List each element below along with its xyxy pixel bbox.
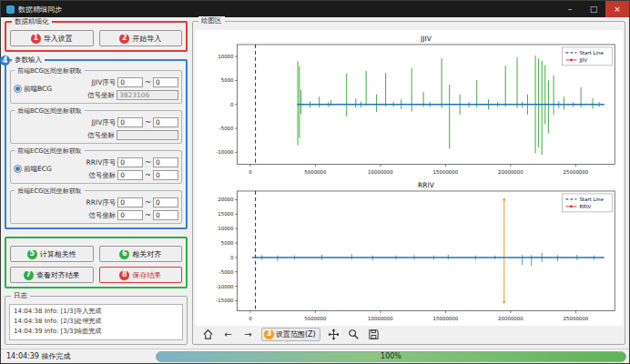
back-icon[interactable]: ← xyxy=(221,328,235,341)
svg-text:10000000: 10000000 xyxy=(368,315,393,320)
front-ecg-seq-start-input[interactable] xyxy=(117,157,143,167)
rear-ecg-coord-start-input[interactable] xyxy=(117,210,143,220)
home-icon[interactable] xyxy=(201,328,215,341)
view-align-result-button[interactable]: 7 查看对齐结果 xyxy=(10,267,94,283)
save-result-button[interactable]: 8 保存结果 xyxy=(99,267,183,283)
front-ecg-seq-end-input[interactable] xyxy=(153,157,178,167)
correlation-align-button[interactable]: 6 相关对齐 xyxy=(99,246,183,262)
import-group-label: 数据精细化 xyxy=(12,17,52,26)
save-icon[interactable] xyxy=(367,328,381,341)
minimize-button[interactable]: – xyxy=(558,1,582,17)
progress-text: 100% xyxy=(381,352,401,360)
import-group: 数据精细化 1 导入设置 2 开始导入 xyxy=(5,21,188,52)
radio-front-bcg-label: 前端BCG xyxy=(24,85,52,94)
svg-text:5000: 5000 xyxy=(221,77,234,83)
range-separator: ~ xyxy=(145,171,151,179)
svg-text:-10000: -10000 xyxy=(216,149,234,155)
svg-text:5000: 5000 xyxy=(221,240,234,246)
plot-area-group: 绘图区 JJIV05000000100000001500000020000000… xyxy=(192,21,625,345)
import-settings-button[interactable]: 1 导入设置 xyxy=(10,30,94,46)
svg-text:20000000: 20000000 xyxy=(498,169,523,175)
svg-text:-5000: -5000 xyxy=(219,268,234,274)
rear-ecg-seq-end-input[interactable] xyxy=(153,197,178,207)
rriv-seq-label: RRIV序号 xyxy=(79,198,116,207)
radio-front-bcg[interactable] xyxy=(14,85,22,93)
jjiv-chart: JJIV050000001000000015000000200000002500… xyxy=(195,32,623,178)
radio-placeholder xyxy=(14,117,61,140)
svg-text:0: 0 xyxy=(249,169,252,175)
left-panel: 数据精细化 1 导入设置 2 开始导入 4 参数输入 xyxy=(5,21,188,345)
log-group-label: 日志 xyxy=(11,291,30,300)
signal-coord-label: 信号坐标 xyxy=(79,171,116,180)
svg-text:15000000: 15000000 xyxy=(432,169,458,175)
front-ecg-coord-start-input[interactable] xyxy=(117,170,143,180)
zoom-icon[interactable] xyxy=(347,328,361,341)
annotation-4: 4 xyxy=(0,56,10,66)
svg-text:15000000: 15000000 xyxy=(432,315,458,320)
svg-text:JJIV: JJIV xyxy=(420,35,432,43)
svg-text:Start Line: Start Line xyxy=(579,50,604,56)
range-separator: ~ xyxy=(145,118,151,126)
radio-front-ecg-label: 前端ECG xyxy=(24,165,52,174)
close-button[interactable]: × xyxy=(605,1,629,17)
rear-ecg-coord-end-input[interactable] xyxy=(153,210,178,220)
range-separator: ~ xyxy=(145,158,151,167)
rear-bcg-signal-coord-input[interactable] xyxy=(117,130,178,140)
svg-text:-10000: -10000 xyxy=(216,283,234,288)
param-section-front-bcg: 前端BCG区间坐标获取 前端BCG JJIV序号 ~ 信号坐标 xyxy=(10,70,182,104)
svg-text:0: 0 xyxy=(249,315,252,320)
range-separator: ~ xyxy=(145,198,151,207)
figure-canvas: JJIV050000001000000015000000200000002500… xyxy=(196,30,622,326)
start-import-button[interactable]: 2 开始导入 xyxy=(99,30,183,46)
annotation-1: 1 xyxy=(31,34,41,44)
radio-front-ecg[interactable] xyxy=(14,165,22,173)
signal-coord-label: 信号坐标 xyxy=(78,131,115,140)
maximize-button[interactable]: □ xyxy=(582,1,605,17)
jjiv-seq-start-input[interactable] xyxy=(117,77,143,87)
compute-correlation-button[interactable]: 5 计算相关性 xyxy=(10,246,94,262)
svg-text:RRIV: RRIV xyxy=(418,180,435,188)
svg-text:15000: 15000 xyxy=(218,211,234,217)
signal-coord-label: 信号坐标 xyxy=(78,91,115,100)
jjiv-seq-label: JJIV序号 xyxy=(79,78,116,87)
main-area: 数据精细化 1 导入设置 2 开始导入 4 参数输入 xyxy=(1,17,629,349)
radio-placeholder xyxy=(14,197,61,220)
rear-bcg-seq-start-input[interactable] xyxy=(117,117,143,127)
pan-icon[interactable] xyxy=(327,328,340,341)
annotation-6: 6 xyxy=(119,249,129,259)
annotation-2: 2 xyxy=(119,34,129,44)
signal-coord-label: 信号坐标 xyxy=(79,211,116,220)
right-panel: 绘图区 JJIV05000000100000001500000020000000… xyxy=(192,21,625,345)
correlation-align-label: 相关对齐 xyxy=(132,249,161,259)
rear-bcg-seq-end-input[interactable] xyxy=(153,117,178,127)
set-range-button[interactable]: 3 设置范围(Z) xyxy=(261,328,320,341)
svg-text:-5000: -5000 xyxy=(219,126,234,131)
param-section-rear-ecg: 后端ECG区间坐标获取 RRIV序号 ~ 信号坐标 ~ xyxy=(10,190,182,224)
jjiv-seq-end-input[interactable] xyxy=(153,77,178,87)
set-range-label: 设置范围(Z) xyxy=(276,329,316,339)
save-result-label: 保存结果 xyxy=(132,270,161,280)
annotation-3: 3 xyxy=(264,329,274,339)
range-separator: ~ xyxy=(145,78,151,86)
svg-text:JJIV: JJIV xyxy=(578,57,587,64)
log-line: 14:04:39 Info: [3/3]绘图完成 xyxy=(14,327,178,337)
plot-toolbar: ← → 3 设置范围(Z) xyxy=(196,326,622,342)
title-bar: 数据精细同步 – □ × xyxy=(1,1,629,17)
svg-text:-15000: -15000 xyxy=(216,298,234,303)
rriv-chart: RRIV050000001000000015000000200000002500… xyxy=(195,178,623,325)
log-line: 14:04:38 Info: [2/3]处理完成 xyxy=(14,317,178,327)
svg-text:10000: 10000 xyxy=(218,226,234,231)
rriv-seq-label: RRIV序号 xyxy=(79,158,116,167)
annotation-8: 8 xyxy=(119,270,129,280)
start-import-label: 开始导入 xyxy=(132,34,161,44)
param-section-front-ecg: 前端ECG区间坐标获取 前端ECG RRIV序号 ~ 信号坐标 xyxy=(10,150,182,184)
params-group: 4 参数输入 前端BCG区间坐标获取 前端BCG JJIV序号 ~ xyxy=(5,59,188,229)
svg-text:5000000: 5000000 xyxy=(304,315,327,320)
compute-correlation-label: 计算相关性 xyxy=(40,249,76,259)
front-ecg-coord-end-input[interactable] xyxy=(153,170,178,180)
svg-text:RRIV: RRIV xyxy=(579,203,591,208)
forward-icon[interactable]: → xyxy=(241,328,255,341)
front-bcg-signal-coord-input[interactable] xyxy=(117,90,178,100)
view-align-result-label: 查看对齐结果 xyxy=(36,270,80,280)
rear-ecg-seq-start-input[interactable] xyxy=(117,197,143,207)
